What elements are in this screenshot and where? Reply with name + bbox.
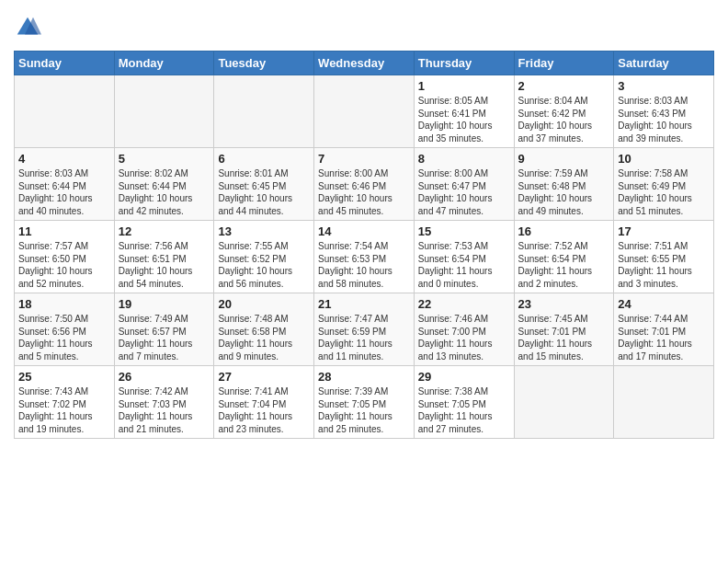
calendar-cell: 4Sunrise: 8:03 AM Sunset: 6:44 PM Daylig… — [15, 148, 115, 221]
day-number: 23 — [518, 297, 610, 311]
day-info: Sunrise: 8:00 AM Sunset: 6:47 PM Dayligh… — [418, 167, 510, 217]
week-row-1: 1Sunrise: 8:05 AM Sunset: 6:41 PM Daylig… — [15, 75, 714, 148]
day-number: 5 — [119, 152, 210, 166]
calendar-cell: 23Sunrise: 7:45 AM Sunset: 7:01 PM Dayli… — [514, 293, 614, 366]
day-info: Sunrise: 8:03 AM Sunset: 6:43 PM Dayligh… — [618, 95, 710, 144]
calendar-cell — [514, 366, 614, 439]
calendar-cell: 25Sunrise: 7:43 AM Sunset: 7:02 PM Dayli… — [15, 366, 115, 439]
day-info: Sunrise: 8:00 AM Sunset: 6:46 PM Dayligh… — [318, 167, 410, 217]
calendar-cell: 14Sunrise: 7:54 AM Sunset: 6:53 PM Dayli… — [314, 221, 415, 293]
header — [14, 14, 714, 41]
calendar-cell: 11Sunrise: 7:57 AM Sunset: 6:50 PM Dayli… — [15, 221, 115, 293]
weekday-monday: Monday — [114, 52, 214, 75]
day-number: 12 — [119, 224, 210, 238]
week-row-3: 11Sunrise: 7:57 AM Sunset: 6:50 PM Dayli… — [15, 221, 714, 293]
calendar-cell: 16Sunrise: 7:52 AM Sunset: 6:54 PM Dayli… — [514, 221, 614, 293]
calendar-cell: 18Sunrise: 7:50 AM Sunset: 6:56 PM Dayli… — [15, 293, 115, 366]
day-info: Sunrise: 7:48 AM Sunset: 6:58 PM Dayligh… — [218, 313, 310, 362]
day-number: 13 — [218, 224, 310, 238]
day-info: Sunrise: 8:03 AM Sunset: 6:44 PM Dayligh… — [18, 167, 110, 217]
day-info: Sunrise: 7:47 AM Sunset: 6:59 PM Dayligh… — [318, 313, 410, 362]
day-info: Sunrise: 7:46 AM Sunset: 7:00 PM Dayligh… — [418, 313, 510, 362]
day-info: Sunrise: 8:05 AM Sunset: 6:41 PM Dayligh… — [418, 95, 510, 144]
day-info: Sunrise: 8:02 AM Sunset: 6:44 PM Dayligh… — [119, 167, 210, 217]
day-info: Sunrise: 7:42 AM Sunset: 7:03 PM Dayligh… — [119, 385, 210, 435]
week-row-2: 4Sunrise: 8:03 AM Sunset: 6:44 PM Daylig… — [15, 148, 714, 221]
calendar-cell: 3Sunrise: 8:03 AM Sunset: 6:43 PM Daylig… — [614, 75, 714, 148]
calendar-table: SundayMondayTuesdayWednesdayThursdayFrid… — [14, 51, 714, 439]
weekday-tuesday: Tuesday — [214, 52, 314, 75]
week-row-5: 25Sunrise: 7:43 AM Sunset: 7:02 PM Dayli… — [15, 366, 714, 439]
day-number: 7 — [318, 152, 410, 166]
logo — [14, 14, 45, 41]
day-number: 2 — [518, 79, 610, 93]
day-number: 24 — [618, 297, 710, 311]
day-info: Sunrise: 7:52 AM Sunset: 6:54 PM Dayligh… — [518, 240, 610, 290]
calendar-cell — [214, 75, 314, 148]
calendar-cell: 13Sunrise: 7:55 AM Sunset: 6:52 PM Dayli… — [214, 221, 314, 293]
weekday-saturday: Saturday — [614, 52, 714, 75]
day-info: Sunrise: 8:04 AM Sunset: 6:42 PM Dayligh… — [518, 95, 610, 144]
weekday-friday: Friday — [514, 52, 614, 75]
day-number: 21 — [318, 297, 410, 311]
day-number: 6 — [218, 152, 310, 166]
calendar-cell: 1Sunrise: 8:05 AM Sunset: 6:41 PM Daylig… — [414, 75, 514, 148]
day-number: 15 — [418, 224, 510, 238]
day-info: Sunrise: 7:58 AM Sunset: 6:49 PM Dayligh… — [618, 167, 710, 217]
day-info: Sunrise: 7:45 AM Sunset: 7:01 PM Dayligh… — [518, 313, 610, 362]
day-number: 18 — [18, 297, 110, 311]
day-info: Sunrise: 7:43 AM Sunset: 7:02 PM Dayligh… — [18, 385, 110, 435]
calendar-cell: 20Sunrise: 7:48 AM Sunset: 6:58 PM Dayli… — [214, 293, 314, 366]
day-info: Sunrise: 7:55 AM Sunset: 6:52 PM Dayligh… — [218, 240, 310, 290]
calendar-cell: 15Sunrise: 7:53 AM Sunset: 6:54 PM Dayli… — [414, 221, 514, 293]
day-number: 29 — [418, 370, 510, 384]
day-info: Sunrise: 7:56 AM Sunset: 6:51 PM Dayligh… — [119, 240, 210, 290]
day-number: 27 — [218, 370, 310, 384]
calendar-cell: 28Sunrise: 7:39 AM Sunset: 7:05 PM Dayli… — [314, 366, 415, 439]
logo-icon — [14, 14, 41, 41]
calendar-cell: 10Sunrise: 7:58 AM Sunset: 6:49 PM Dayli… — [614, 148, 714, 221]
day-number: 22 — [418, 297, 510, 311]
calendar-cell: 5Sunrise: 8:02 AM Sunset: 6:44 PM Daylig… — [114, 148, 214, 221]
calendar-cell: 19Sunrise: 7:49 AM Sunset: 6:57 PM Dayli… — [114, 293, 214, 366]
weekday-wednesday: Wednesday — [314, 52, 415, 75]
calendar-cell: 7Sunrise: 8:00 AM Sunset: 6:46 PM Daylig… — [314, 148, 415, 221]
day-info: Sunrise: 7:51 AM Sunset: 6:55 PM Dayligh… — [618, 240, 710, 290]
day-number: 20 — [218, 297, 310, 311]
day-info: Sunrise: 7:59 AM Sunset: 6:48 PM Dayligh… — [518, 167, 610, 217]
day-info: Sunrise: 7:38 AM Sunset: 7:05 PM Dayligh… — [418, 385, 510, 435]
calendar-cell: 27Sunrise: 7:41 AM Sunset: 7:04 PM Dayli… — [214, 366, 314, 439]
calendar-cell: 26Sunrise: 7:42 AM Sunset: 7:03 PM Dayli… — [114, 366, 214, 439]
weekday-header-row: SundayMondayTuesdayWednesdayThursdayFrid… — [15, 52, 714, 75]
week-row-4: 18Sunrise: 7:50 AM Sunset: 6:56 PM Dayli… — [15, 293, 714, 366]
calendar-cell — [15, 75, 115, 148]
calendar-cell: 17Sunrise: 7:51 AM Sunset: 6:55 PM Dayli… — [614, 221, 714, 293]
day-number: 1 — [418, 79, 510, 93]
day-info: Sunrise: 7:49 AM Sunset: 6:57 PM Dayligh… — [119, 313, 210, 362]
day-number: 19 — [119, 297, 210, 311]
day-info: Sunrise: 8:01 AM Sunset: 6:45 PM Dayligh… — [218, 167, 310, 217]
calendar-cell: 22Sunrise: 7:46 AM Sunset: 7:00 PM Dayli… — [414, 293, 514, 366]
day-info: Sunrise: 7:53 AM Sunset: 6:54 PM Dayligh… — [418, 240, 510, 290]
day-info: Sunrise: 7:39 AM Sunset: 7:05 PM Dayligh… — [318, 385, 410, 435]
weekday-sunday: Sunday — [15, 52, 115, 75]
day-info: Sunrise: 7:57 AM Sunset: 6:50 PM Dayligh… — [18, 240, 110, 290]
calendar-cell: 9Sunrise: 7:59 AM Sunset: 6:48 PM Daylig… — [514, 148, 614, 221]
day-number: 3 — [618, 79, 710, 93]
day-number: 9 — [518, 152, 610, 166]
day-number: 16 — [518, 224, 610, 238]
calendar-cell: 8Sunrise: 8:00 AM Sunset: 6:47 PM Daylig… — [414, 148, 514, 221]
calendar-cell: 24Sunrise: 7:44 AM Sunset: 7:01 PM Dayli… — [614, 293, 714, 366]
day-number: 10 — [618, 152, 710, 166]
day-info: Sunrise: 7:44 AM Sunset: 7:01 PM Dayligh… — [618, 313, 710, 362]
day-number: 4 — [18, 152, 110, 166]
calendar-cell: 21Sunrise: 7:47 AM Sunset: 6:59 PM Dayli… — [314, 293, 415, 366]
day-info: Sunrise: 7:41 AM Sunset: 7:04 PM Dayligh… — [218, 385, 310, 435]
page: SundayMondayTuesdayWednesdayThursdayFrid… — [0, 0, 728, 563]
day-number: 8 — [418, 152, 510, 166]
day-number: 26 — [119, 370, 210, 384]
calendar-cell — [314, 75, 415, 148]
day-number: 14 — [318, 224, 410, 238]
calendar-cell — [114, 75, 214, 148]
day-number: 25 — [18, 370, 110, 384]
